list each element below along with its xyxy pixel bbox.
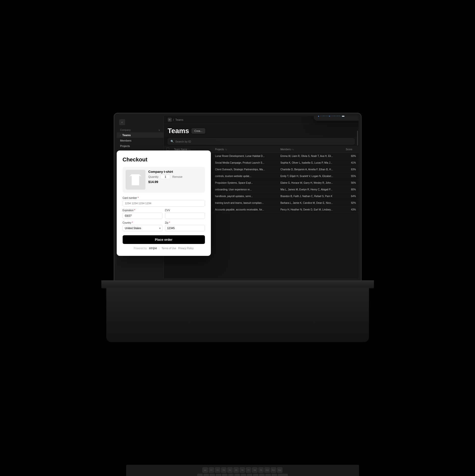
key-4: 4 (222, 474, 227, 476)
row-members: Percy H, Heather N, Derek D, Earl M, Lin… (278, 206, 343, 213)
row-score: 80% (343, 186, 359, 193)
home-icon: ⟳ (168, 118, 172, 122)
row-projects: training lunch and learns, lawsuit compl… (213, 200, 278, 206)
zip-col: Zip * (165, 221, 205, 231)
search-input[interactable] (175, 140, 213, 143)
page-header: Teams Crea... (164, 124, 359, 137)
key-9: 9 (253, 474, 258, 476)
expiry-cvv-row: Expiration * CVV (123, 209, 205, 219)
sidebar-item-members[interactable]: Members (117, 138, 164, 143)
row-projects: Accounts payable, accounts receivable, f… (213, 206, 278, 213)
place-order-button[interactable]: Place order (123, 235, 205, 244)
sidebar-item-teams[interactable]: › Teams (117, 132, 164, 138)
key-f4: F4 (227, 467, 233, 473)
country-select[interactable]: United States Canada United Kingdom (123, 225, 163, 231)
row-projects: controls, tourism website updat... (213, 173, 278, 179)
row-score: 43% (343, 206, 359, 213)
key-8: 8 (247, 474, 252, 476)
key-0: 0 (259, 474, 265, 476)
card-number-input[interactable] (123, 200, 205, 207)
stripe-logo: stripe (149, 246, 157, 250)
notification-2: ⬡ Payload APP 12:45 PM A document has be… (314, 116, 359, 120)
th-projects: Projects ↑↓ (213, 146, 278, 153)
laptop: ‹ Company ∨ › Teams Members Projects (101, 113, 374, 373)
keyboard: esc F1 F2 F3 F4 F5 F6 F7 F8 F9 F10 F11 F… (126, 465, 359, 476)
cart-item: Company t-shirt Quantity Remove $14.99 (123, 167, 205, 193)
row-projects: onboarding, User experience re... (213, 186, 278, 193)
checkout-panel: Checkout Company t-shirt Quantity (117, 150, 211, 256)
screen-content: ‹ Company ∨ › Teams Members Projects (117, 116, 359, 278)
row-projects: Propulsion Systems, Space Expl... (213, 179, 278, 186)
sidebar-item-label: Teams (122, 134, 131, 137)
key-f5: F5 (233, 467, 239, 473)
sidebar-item-label: Members (120, 139, 132, 142)
search-bar: 🔍 (168, 138, 355, 145)
product-name: Company t-shirt (148, 170, 202, 174)
row-members: Charlotte D, Benjamin A, Amelia F, Ethan… (278, 166, 343, 173)
sidebar-back-button[interactable]: ‹ (119, 119, 125, 125)
create-button[interactable]: Crea... (192, 128, 205, 134)
row-members: Sophia K, Oliver L, Isabella G, Lucas P,… (278, 159, 343, 166)
expiry-input[interactable] (123, 212, 163, 219)
powered-by-label: Powered by (134, 247, 147, 250)
sidebar-arrow-icon: › (120, 134, 121, 136)
search-icon: 🔍 (170, 140, 174, 143)
notif-link-2[interactable]: Training Manual 📄 (318, 116, 359, 117)
sidebar-company-section: Company ∨ (117, 127, 164, 132)
country-zip-row: Country * United States Canada United Ki… (123, 221, 205, 231)
cvv-label: CVV (165, 209, 205, 212)
terms-link[interactable]: Terms of Use (162, 247, 176, 250)
product-image (126, 170, 145, 190)
card-number-group: Card number * (123, 197, 205, 207)
key-f3: F3 (221, 467, 226, 473)
key-f11: F11 (271, 467, 276, 473)
scroll-indicator (357, 131, 358, 146)
expiry-label: Expiration * (123, 209, 163, 212)
country-label: Country * (123, 221, 163, 224)
quantity-label: Quantity (148, 175, 159, 178)
row-projects: Client Outreach, Strategic Partnerships,… (213, 166, 278, 173)
sidebar: ‹ Company ∨ › Teams Members Projects (117, 116, 164, 278)
row-members: Elaine G, Horace W, Garry H, Wesley R, J… (278, 179, 343, 186)
key-row-1: esc F1 F2 F3 F4 F5 F6 F7 F8 F9 F10 F11 F… (128, 467, 357, 473)
row-members: Brandon B, Faith J, Nathan C, Rafael S, … (278, 193, 343, 200)
key-f2: F2 (215, 467, 220, 473)
cvv-input[interactable] (165, 212, 205, 219)
row-score: 56% (343, 179, 359, 186)
stripe-footer: Powered by stripe | Terms of Use Privacy… (123, 246, 205, 250)
key-f10: F10 (264, 467, 270, 473)
key-f8: F8 (252, 467, 257, 473)
row-score: 64% (343, 193, 359, 200)
row-projects: Social Media Campaign, Product Launch S.… (213, 159, 278, 166)
sidebar-item-projects[interactable]: Projects (117, 143, 164, 149)
remove-button[interactable]: Remove (172, 175, 182, 178)
laptop-base (101, 281, 374, 288)
privacy-link[interactable]: Privacy Policy (178, 247, 194, 250)
zip-label: Zip * (165, 221, 205, 224)
row-members: Emily T, Elijah H, Scarlett V, Logan N, … (278, 173, 343, 179)
card-number-label: Card number * (123, 197, 205, 199)
page-title: Teams (168, 127, 189, 135)
tshirt-icon (129, 174, 142, 185)
row-members: Emma W, Liam R, Olivia S, Noah T, Ava H,… (278, 153, 343, 159)
row-members: Barbara L, Jamie K, Candice M, Dean E, N… (278, 200, 343, 206)
key-f6: F6 (240, 467, 245, 473)
screen-bezel: ‹ Company ∨ › Teams Members Projects (114, 113, 362, 281)
key-1: 1 (203, 474, 209, 476)
key-f12: F12 (277, 467, 282, 473)
row-projects: Lunar Rover Development, Lunar Habitat D… (213, 153, 278, 159)
row-projects: handbook, payroll updates, semi... (213, 193, 278, 200)
row-score: 92% (343, 200, 359, 206)
key-esc: esc (202, 467, 208, 473)
breadcrumb-current: Teams (175, 118, 183, 121)
zip-input[interactable] (165, 225, 205, 231)
notif-link-bar-2 (318, 116, 319, 117)
key-3: 3 (216, 474, 221, 476)
cvv-col: CVV (165, 209, 205, 219)
row-score: 60% (343, 153, 359, 159)
quantity-input[interactable] (160, 175, 170, 179)
select-all-checkbox[interactable] (166, 148, 169, 150)
laptop-bottom: esc F1 F2 F3 F4 F5 F6 F7 F8 F9 F10 F11 F… (106, 288, 369, 342)
key-backspace: del (278, 474, 288, 476)
key-2: 2 (210, 474, 215, 476)
